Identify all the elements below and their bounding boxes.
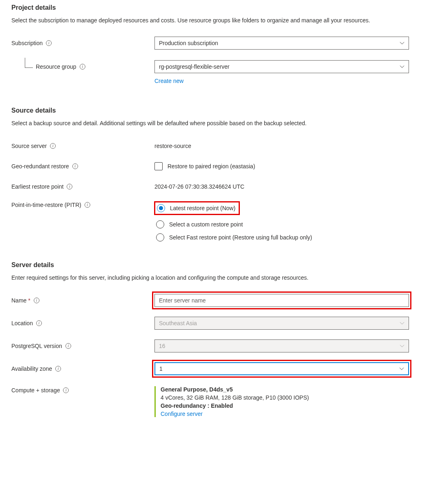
info-icon[interactable]: i (55, 366, 61, 372)
postgres-version-value: 16 (159, 343, 165, 349)
server-details-desc: Enter required settings for this server,… (11, 274, 437, 282)
info-icon[interactable]: i (65, 343, 71, 349)
source-server-label: Source server i (11, 143, 154, 149)
source-server-value: restore-source (154, 143, 191, 149)
pitr-label: Point-in-time-restore (PITR) i (11, 201, 154, 208)
configure-server-link[interactable]: Configure server (161, 411, 203, 417)
info-icon[interactable]: i (67, 184, 72, 189)
compute-storage-label: Compute + storage i (11, 386, 154, 394)
location-dropdown: Southeast Asia (154, 317, 409, 330)
info-icon[interactable]: i (46, 40, 52, 46)
chevron-down-icon (400, 321, 405, 326)
info-icon[interactable]: i (50, 143, 56, 149)
postgres-version-label: PostgreSQL version i (11, 343, 154, 349)
location-value: Southeast Asia (159, 320, 197, 326)
project-details-desc: Select the subscription to manage deploy… (11, 16, 437, 25)
project-details-heading: Project details (11, 4, 437, 11)
info-icon[interactable]: i (63, 387, 69, 393)
subscription-value: Production subscription (159, 40, 218, 46)
az-highlight: 1 (152, 360, 411, 378)
pitr-option-label: Select a custom restore point (169, 221, 243, 228)
radio-icon (156, 220, 164, 228)
server-name-label: Name * i (11, 297, 154, 304)
radio-icon (156, 233, 164, 241)
availability-zone-dropdown[interactable]: 1 (154, 362, 409, 375)
subscription-dropdown[interactable]: Production subscription (154, 37, 409, 50)
pitr-option-fast[interactable]: Select Fast restore point (Restore using… (154, 233, 409, 241)
radio-icon (157, 204, 165, 212)
pitr-option-label: Select Fast restore point (Restore using… (169, 234, 312, 241)
info-icon[interactable]: i (36, 320, 42, 326)
resource-group-value: rg-postgresql-flexible-server (159, 63, 230, 70)
pitr-option-label: Latest restore point (Now) (170, 205, 235, 211)
compute-tier: General Purpose, D4ds_v5 (161, 386, 409, 393)
availability-zone-label: Availability zone i (11, 365, 154, 372)
geo-redundant-checkbox[interactable] (154, 162, 163, 170)
chevron-down-icon (400, 344, 405, 348)
chevron-down-icon (400, 64, 405, 69)
chevron-down-icon (399, 366, 404, 371)
pitr-radio-group: Latest restore point (Now) Select a cust… (154, 201, 409, 241)
availability-zone-value: 1 (159, 365, 163, 372)
resource-group-dropdown[interactable]: rg-postgresql-flexible-server (154, 60, 409, 73)
info-icon[interactable]: i (85, 202, 90, 208)
postgres-version-dropdown: 16 (154, 339, 409, 352)
earliest-restore-label: Earliest restore point i (11, 183, 154, 190)
subscription-label: Subscription i (11, 40, 154, 46)
server-name-input[interactable] (154, 294, 409, 307)
resource-group-label: Resource group i (11, 63, 154, 70)
pitr-option-latest[interactable]: Latest restore point (Now) (154, 201, 241, 215)
info-icon[interactable]: i (72, 163, 78, 169)
pitr-option-custom[interactable]: Select a custom restore point (154, 220, 409, 228)
source-details-heading: Source details (11, 107, 437, 114)
indent-line (25, 58, 33, 68)
compute-spec: 4 vCores, 32 GiB RAM, 128 GiB storage, P… (161, 394, 409, 401)
source-details-desc: Select a backup source and detail. Addit… (11, 119, 437, 128)
create-new-link[interactable]: Create new (154, 78, 184, 84)
chevron-down-icon (400, 41, 405, 46)
compute-storage-summary: General Purpose, D4ds_v5 4 vCores, 32 Gi… (154, 386, 409, 417)
geo-redundant-checkbox-label: Restore to paired region (eastasia) (167, 163, 255, 170)
earliest-restore-value: 2024-07-26 07:30:38.3246624 UTC (154, 183, 244, 190)
compute-geo: Geo-redundancy : Enabled (161, 402, 409, 409)
geo-redundant-label: Geo-redundant restore i (11, 163, 154, 170)
server-name-highlight (152, 291, 411, 309)
info-icon[interactable]: i (34, 298, 39, 303)
required-star-icon: * (28, 297, 30, 304)
location-label: Location i (11, 320, 154, 326)
server-details-heading: Server details (11, 261, 437, 269)
info-icon[interactable]: i (80, 64, 85, 70)
